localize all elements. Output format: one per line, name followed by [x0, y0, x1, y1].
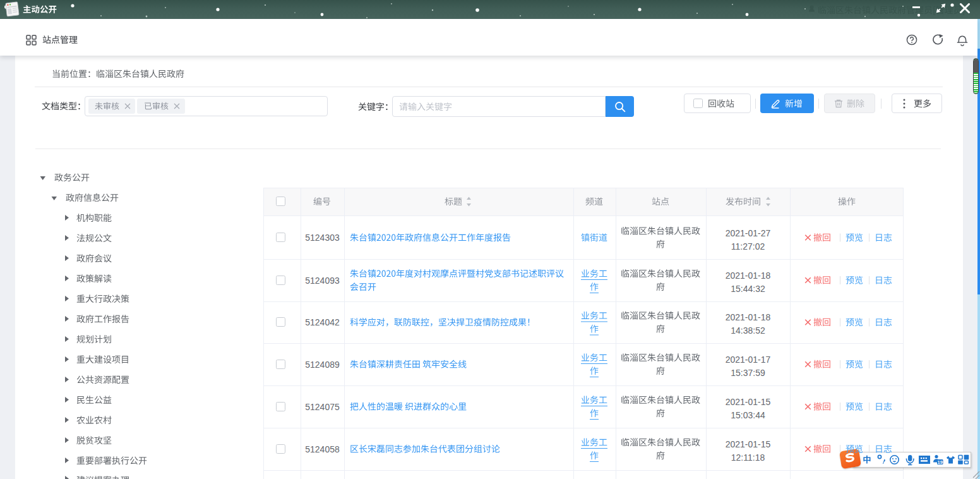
- svg-text:19: 19: [938, 459, 943, 465]
